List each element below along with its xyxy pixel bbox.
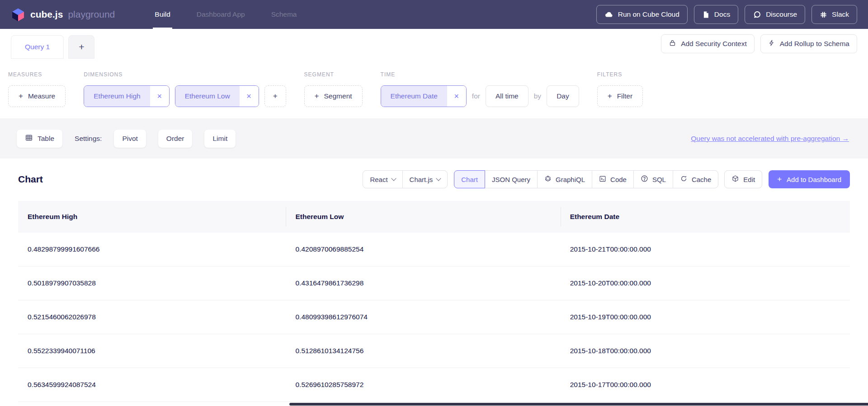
pivot-button[interactable]: Pivot <box>114 130 146 148</box>
docs-button[interactable]: Docs <box>694 5 738 24</box>
add-dimension-button[interactable]: + <box>264 85 286 107</box>
view-tab-chart[interactable]: Chart <box>454 170 485 188</box>
view-tab-json-query[interactable]: JSON Query <box>485 170 538 188</box>
add-query-tab-button[interactable]: + <box>68 35 94 59</box>
view-tab-label: GraphiQL <box>556 176 585 183</box>
discourse-button[interactable]: Discourse <box>745 5 805 24</box>
view-tab-graphiql[interactable]: GraphiQL <box>537 170 592 188</box>
nav-tab-schema[interactable]: Schema <box>271 0 297 29</box>
view-tab-label: Cache <box>692 176 711 183</box>
cell-ethereum-date: 2015-10-18T00:00:00.000 <box>561 347 850 355</box>
filters-group: FILTERS + Filter <box>597 71 643 107</box>
add-security-context-label: Add Security Context <box>681 40 747 48</box>
chevron-down-icon <box>391 176 396 181</box>
plus-icon: + <box>273 92 278 101</box>
add-segment-button[interactable]: + Segment <box>304 85 363 107</box>
cell-ethereum-date: 2015-10-17T00:00:00.000 <box>561 381 850 389</box>
docs-label: Docs <box>714 10 730 19</box>
add-rollup-to-schema-button[interactable]: Add Rollup to Schema <box>760 34 857 53</box>
edit-label: Edit <box>743 176 755 183</box>
plus-icon: + <box>79 42 84 52</box>
dimension-chip-label: Ethereum Low <box>175 86 240 107</box>
time-label: TIME <box>381 71 579 78</box>
add-measure-button[interactable]: + Measure <box>8 85 66 107</box>
bolt-icon <box>768 39 775 49</box>
brand-name: cube.js <box>30 9 63 20</box>
cell-ethereum-high: 0.5634599924087524 <box>18 381 286 389</box>
view-tab-code[interactable]: Code <box>592 170 634 188</box>
date-range-button[interactable]: All time <box>486 85 528 107</box>
close-icon[interactable]: × <box>447 86 466 107</box>
cell-ethereum-low: 0.5128610134124756 <box>286 347 560 355</box>
by-text: by <box>534 92 541 100</box>
brand-logo[interactable]: cube.js playground <box>11 7 115 22</box>
column-header-ethereum-date: Ethereum Date <box>561 201 850 233</box>
segment-group: SEGMENT + Segment <box>304 71 363 107</box>
view-tab-label: Chart <box>461 176 478 183</box>
query-tab-1[interactable]: Query 1 <box>11 35 64 59</box>
cell-ethereum-high: 0.48298799991607666 <box>18 245 286 253</box>
table-header-row: Ethereum High Ethereum Low Ethereum Date <box>18 201 850 233</box>
add-filter-button[interactable]: + Filter <box>597 85 643 107</box>
dimension-chip-ethereum-high[interactable]: Ethereum High × <box>84 85 169 107</box>
view-tabs-group: Chart JSON Query GraphiQL <box>454 170 718 188</box>
cloud-icon <box>604 10 613 19</box>
cube-logo-icon <box>11 7 25 22</box>
dimension-chip-ethereum-low[interactable]: Ethereum Low × <box>175 85 259 107</box>
measures-label: MEASURES <box>8 71 66 78</box>
lock-icon <box>669 39 676 49</box>
cell-ethereum-date: 2015-10-20T00:00:00.000 <box>561 279 850 287</box>
framework-select[interactable]: React <box>363 170 402 188</box>
plus-icon: + <box>315 92 319 101</box>
horizontal-scrollbar-thumb[interactable] <box>289 403 868 406</box>
add-rollup-to-schema-label: Add Rollup to Schema <box>780 40 849 48</box>
limit-button[interactable]: Limit <box>204 130 236 148</box>
chart-toolbar: React Chart.js Chart JSON Query <box>363 170 850 188</box>
view-tab-label: SQL <box>652 176 666 183</box>
codesandbox-icon <box>731 175 739 184</box>
cube-playground-app: cube.js playground Build Dashboard App S… <box>0 0 868 406</box>
table-grid-icon <box>25 134 33 144</box>
slack-button[interactable]: Slack <box>811 5 857 24</box>
top-navbar: cube.js playground Build Dashboard App S… <box>0 0 868 29</box>
cell-ethereum-high: 0.5018979907035828 <box>18 279 286 287</box>
dimensions-label: DIMENSIONS <box>84 71 286 78</box>
for-text: for <box>472 92 480 100</box>
table-view-button[interactable]: Table <box>17 130 62 148</box>
cell-ethereum-low: 0.4208970069885254 <box>286 245 560 253</box>
chart-panel: Chart React Chart.js Chart <box>0 159 868 402</box>
granularity-button[interactable]: Day <box>547 85 579 107</box>
add-measure-label: Measure <box>28 92 55 100</box>
close-icon[interactable]: × <box>150 86 169 107</box>
refresh-icon <box>680 175 688 184</box>
close-icon[interactable]: × <box>240 86 259 107</box>
settings-bar: Table Settings: Pivot Order Limit Query … <box>0 118 868 159</box>
chart-library-select[interactable]: Chart.js <box>402 170 448 188</box>
add-to-dashboard-label: Add to Dashboard <box>787 176 841 183</box>
cell-ethereum-low: 0.4316479861736298 <box>286 279 560 287</box>
settings-label: Settings: <box>75 135 102 143</box>
pre-aggregation-link[interactable]: Query was not accelerated with pre-aggre… <box>691 135 849 143</box>
view-tab-cache[interactable]: Cache <box>673 170 718 188</box>
nav-tab-build[interactable]: Build <box>155 0 170 29</box>
dimension-chip-label: Ethereum High <box>84 86 150 107</box>
view-tab-label: JSON Query <box>492 176 530 183</box>
column-header-ethereum-low: Ethereum Low <box>286 201 560 233</box>
chart-header: Chart React Chart.js Chart <box>18 159 850 201</box>
add-security-context-button[interactable]: Add Security Context <box>661 34 755 53</box>
nav-tab-dashboard-app[interactable]: Dashboard App <box>197 0 245 29</box>
edit-button[interactable]: Edit <box>724 170 762 188</box>
add-to-dashboard-button[interactable]: + Add to Dashboard <box>769 170 850 188</box>
run-on-cube-cloud-button[interactable]: Run on Cube Cloud <box>596 5 688 24</box>
cell-ethereum-high: 0.5215460062026978 <box>18 313 286 321</box>
measures-group: MEASURES + Measure <box>8 71 66 107</box>
cell-ethereum-high: 0.5522339940071106 <box>18 347 286 355</box>
query-tabs: Query 1 + <box>11 35 94 59</box>
time-dimension-chip[interactable]: Ethereum Date × <box>381 85 467 107</box>
pivot-label: Pivot <box>122 135 137 143</box>
time-group: TIME Ethereum Date × for All time by Day <box>381 71 579 107</box>
order-button[interactable]: Order <box>158 130 193 148</box>
table-row: 0.5634599924087524 0.5269610285758972 20… <box>18 368 850 402</box>
query-builder: MEASURES + Measure DIMENSIONS Ethereum H… <box>0 59 868 118</box>
view-tab-sql[interactable]: SQL <box>633 170 673 188</box>
